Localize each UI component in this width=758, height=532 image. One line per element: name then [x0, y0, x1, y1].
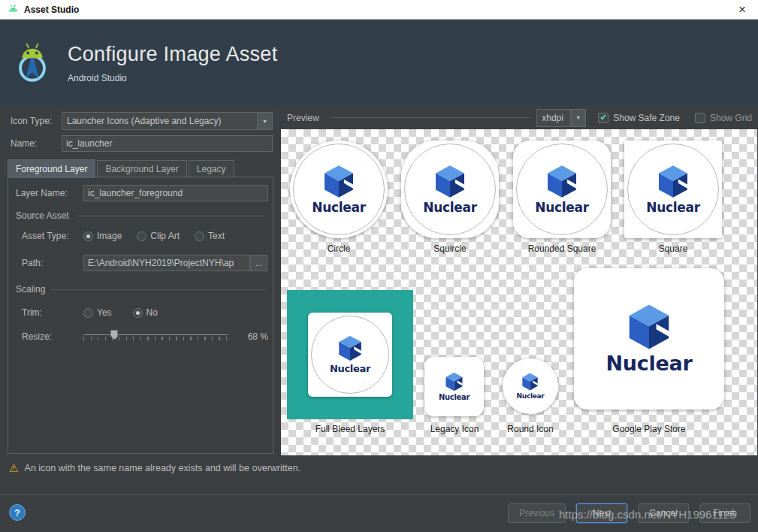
logo-text: Nuclear — [517, 392, 545, 400]
slider-track — [83, 334, 228, 335]
path-input[interactable] — [83, 255, 249, 271]
footer-bar: ? Previous Next Cancel Finish — [0, 494, 758, 532]
resize-slider[interactable] — [83, 330, 228, 343]
browse-button[interactable]: ... — [250, 255, 267, 271]
preview-label: Preview — [287, 113, 319, 123]
layer-name-input[interactable] — [83, 185, 268, 201]
preview-canvas: Nuclear Nuclear Nuclear — [281, 129, 757, 455]
layer-tabs: Foreground Layer Background Layer Legacy — [8, 159, 236, 178]
radio-dot-icon — [133, 308, 143, 318]
preview-caption: Google Play Store — [593, 424, 705, 434]
full-bleed-card: Nuclear — [308, 313, 392, 397]
trim-radio-group: Yes No — [83, 304, 158, 322]
radio-image-label: Image — [97, 231, 122, 241]
logo-text: Nuclear — [535, 200, 589, 215]
header-text: Configure Image Asset Android Studio — [68, 43, 277, 83]
radio-image[interactable]: Image — [83, 231, 122, 241]
preview-item-circle[interactable]: Nuclear — [290, 141, 388, 238]
logo-text: Nuclear — [423, 200, 477, 215]
preview-caption: Squircle — [394, 243, 506, 254]
preview-item-google-play-store[interactable]: Nuclear — [574, 268, 724, 410]
preview-item-rounded-square[interactable]: Nuclear — [513, 141, 611, 238]
asset-type-label: Asset Type: — [22, 227, 68, 245]
separator-line — [51, 289, 265, 290]
show-safe-zone-label: Show Safe Zone — [613, 113, 680, 123]
preview-caption: Square — [617, 243, 729, 254]
radio-trim-yes-label: Yes — [97, 307, 112, 318]
preview-caption: Full Bleed Layers — [287, 424, 413, 434]
preview-item-full-bleed-selected[interactable]: Nuclear — [287, 290, 413, 419]
name-input[interactable] — [62, 135, 273, 152]
close-icon[interactable]: × — [734, 3, 750, 16]
configuration-panel: Icon Type: Launcher Icons (Adaptive and … — [0, 106, 281, 455]
slider-ticks — [83, 337, 228, 340]
logo-text: Nuclear — [312, 200, 366, 215]
preview-caption: Round Icon — [474, 424, 587, 434]
path-label: Path: — [22, 254, 43, 272]
show-grid-checkbox[interactable]: Show Grid — [695, 113, 752, 123]
show-grid-label: Show Grid — [710, 113, 752, 123]
finish-button[interactable]: Finish — [699, 503, 750, 523]
nuclear-logo: Nuclear — [535, 165, 589, 215]
page-title: Configure Image Asset — [68, 43, 277, 66]
nuclear-logo: Nuclear — [439, 372, 470, 401]
title-bar: Asset Studio × — [0, 0, 758, 20]
page-subtitle: Android Studio — [68, 73, 277, 83]
radio-text[interactable]: Text — [195, 231, 225, 241]
icon-type-select[interactable]: Launcher Icons (Adaptive and Legacy) ▼ — [62, 112, 273, 130]
checkbox-checked-icon: ✔ — [598, 113, 609, 123]
nuclear-logo: Nuclear — [423, 165, 477, 215]
preview-caption: Rounded Square — [506, 243, 618, 254]
preview-caption: Circle — [282, 243, 395, 254]
warning-icon: ⚠ — [9, 462, 19, 474]
radio-trim-yes[interactable]: Yes — [83, 307, 112, 318]
window-title: Asset Studio — [24, 5, 79, 15]
preview-item-square[interactable]: Nuclear — [624, 141, 722, 238]
help-button[interactable]: ? — [9, 504, 26, 521]
preview-item-round-icon[interactable]: Nuclear — [503, 358, 558, 414]
separator-line — [75, 216, 265, 216]
nuclear-logo: Nuclear — [646, 165, 700, 215]
wizard-buttons: Previous Next Cancel Finish — [508, 503, 750, 523]
preview-item-legacy-icon[interactable]: Nuclear — [424, 357, 484, 416]
checkbox-unchecked-icon — [695, 113, 705, 123]
radio-trim-no[interactable]: No — [133, 307, 158, 318]
radio-clip-art[interactable]: Clip Art — [137, 231, 180, 241]
separator-line — [331, 117, 531, 118]
radio-trim-no-label: No — [146, 307, 158, 318]
android-icon — [8, 4, 19, 15]
nuclear-logo: Nuclear — [517, 373, 545, 400]
density-value: xhdpi — [537, 110, 570, 126]
source-asset-section: Source Asset — [16, 210, 265, 221]
radio-dot-icon — [137, 231, 146, 241]
wizard-header: Configure Image Asset Android Studio — [0, 20, 758, 106]
nuclear-logo: Nuclear — [606, 304, 693, 375]
logo-text: Nuclear — [330, 363, 370, 374]
asset-studio-dialog: Asset Studio × Configure Image Asset And… — [0, 0, 758, 532]
asset-type-radio-group: Image Clip Art Text — [83, 227, 225, 245]
show-safe-zone-checkbox[interactable]: ✔ Show Safe Zone — [598, 113, 680, 123]
density-select[interactable]: xhdpi ▼ — [536, 109, 586, 127]
foreground-layer-group: Layer Name: Source Asset Asset Type: Ima… — [8, 177, 273, 454]
tab-background-layer[interactable]: Background Layer — [97, 160, 186, 178]
preview-item-squircle[interactable]: Nuclear — [401, 141, 499, 238]
android-studio-logo-icon — [11, 41, 54, 85]
logo-text: Nuclear — [646, 200, 700, 215]
tab-foreground-layer[interactable]: Foreground Layer — [8, 159, 95, 178]
radio-dot-icon — [195, 231, 204, 241]
previous-button[interactable]: Previous — [508, 503, 566, 523]
scaling-section-label: Scaling — [16, 284, 45, 295]
chevron-down-icon: ▼ — [257, 113, 272, 129]
scaling-section: Scaling — [16, 284, 265, 295]
cancel-button[interactable]: Cancel — [638, 503, 689, 523]
radio-text-label: Text — [208, 231, 225, 241]
icon-type-value: Launcher Icons (Adaptive and Legacy) — [62, 113, 257, 129]
radio-clip-art-label: Clip Art — [150, 231, 180, 241]
next-button[interactable]: Next — [576, 503, 627, 523]
tab-legacy[interactable]: Legacy — [189, 160, 234, 178]
trim-label: Trim: — [22, 304, 42, 322]
radio-dot-icon — [83, 308, 93, 318]
source-asset-section-label: Source Asset — [16, 210, 69, 221]
resize-label: Resize: — [22, 328, 52, 346]
resize-value: 68 % — [235, 328, 268, 346]
